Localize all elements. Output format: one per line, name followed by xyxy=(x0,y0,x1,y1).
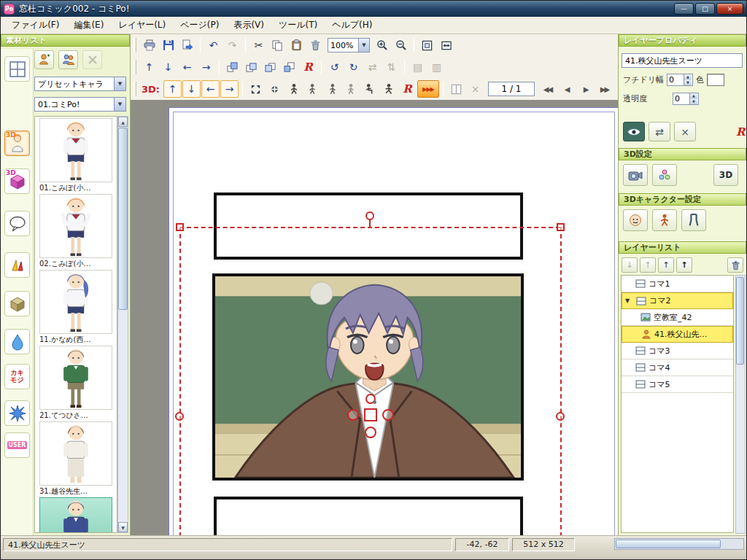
menu-view[interactable]: 表示(V) xyxy=(227,17,271,34)
next-page-button[interactable]: ▶ xyxy=(576,80,595,98)
visibility-button[interactable] xyxy=(623,122,645,141)
pose-walk-button[interactable] xyxy=(379,80,398,98)
print-button[interactable] xyxy=(140,36,158,54)
close-button[interactable]: × xyxy=(716,3,743,15)
camera-zoom-in-button[interactable] xyxy=(247,80,265,98)
zoom-out-button[interactable] xyxy=(392,36,410,54)
selection-edge-left[interactable] xyxy=(179,227,181,535)
material-item[interactable]: 02.こみぽ(小… xyxy=(35,192,117,268)
flip-vertical-button[interactable]: ⇅ xyxy=(382,58,400,76)
save-button[interactable] xyxy=(159,36,177,54)
add-character-button[interactable] xyxy=(34,50,54,69)
opacity-down[interactable]: ▼ xyxy=(690,99,697,105)
layer-row-koma1[interactable]: コマ1 xyxy=(622,276,733,292)
layer-name-field[interactable] xyxy=(622,53,743,68)
pose-back-button[interactable] xyxy=(341,80,360,98)
category-item-box[interactable] xyxy=(4,291,30,316)
layer-row-background[interactable]: 空教室_42 xyxy=(622,309,733,326)
cut-button[interactable]: ✂ xyxy=(249,36,268,54)
toggle-3d-view-button[interactable]: 3D xyxy=(713,164,738,186)
toolbar-grip[interactable] xyxy=(133,38,136,52)
gizmo-handle-left[interactable] xyxy=(347,409,359,421)
last-page-button[interactable]: ▶▶ xyxy=(595,80,614,98)
remove-material-button[interactable] xyxy=(82,50,102,69)
first-page-button[interactable]: ◀◀ xyxy=(538,80,557,98)
selection-handle-middle-left[interactable] xyxy=(175,412,184,421)
menu-layer[interactable]: レイヤー(L) xyxy=(112,17,172,34)
rotate-reset-button[interactable]: R xyxy=(299,58,317,76)
category-effect-drop[interactable] xyxy=(4,329,30,354)
bring-forward-button[interactable] xyxy=(242,58,260,76)
category-balloon[interactable] xyxy=(4,211,30,236)
outline-width-input[interactable] xyxy=(667,74,684,85)
zoom-dropdown-button[interactable]: ▼ xyxy=(358,39,369,52)
material-item[interactable]: 31.越谷先生… xyxy=(35,420,117,496)
gizmo-handle-down[interactable] xyxy=(365,427,376,438)
align-rows-button[interactable]: ▤ xyxy=(409,58,427,76)
layer-delete-button[interactable] xyxy=(727,257,743,273)
flip-horizontal-button[interactable]: ⇄ xyxy=(363,58,382,76)
material-list-scrollbar[interactable]: ▲ ▼ xyxy=(117,116,128,533)
pose-settings-button[interactable] xyxy=(652,209,677,231)
zoom-in-button[interactable] xyxy=(373,36,391,54)
pose-left-button[interactable] xyxy=(303,80,322,98)
panel-close-button[interactable]: × xyxy=(466,80,484,98)
selection-edge-right[interactable] xyxy=(560,227,562,535)
fit-width-button[interactable] xyxy=(437,36,455,54)
camera-settings-button[interactable] xyxy=(623,164,648,186)
paste-button[interactable] xyxy=(287,36,306,54)
layer-row-koma3[interactable]: コマ3 xyxy=(622,343,733,359)
category-manga-symbol[interactable] xyxy=(4,252,30,278)
canvas-horizontal-scrollbar[interactable] xyxy=(614,538,744,550)
face-settings-button[interactable] xyxy=(623,209,648,231)
outline-width-down[interactable]: ▼ xyxy=(684,80,692,86)
menu-file[interactable]: ファイル(F) xyxy=(5,17,66,34)
category-3d-item[interactable]: 3D xyxy=(4,168,30,194)
export-button[interactable] xyxy=(178,36,196,54)
clear-layer-button[interactable]: × xyxy=(674,122,696,141)
comic-frame-2[interactable] xyxy=(212,273,524,481)
move-right-button[interactable]: → xyxy=(197,58,215,76)
copy-button[interactable] xyxy=(268,36,287,54)
joint-settings-button[interactable] xyxy=(652,164,677,186)
category-dropdown-arrow[interactable]: ▼ xyxy=(114,77,125,90)
pose-right-button[interactable] xyxy=(322,80,341,98)
opacity-input[interactable] xyxy=(673,93,689,104)
category-3d-character[interactable]: 3D xyxy=(4,131,30,156)
selection-handle-top-left[interactable] xyxy=(176,223,184,231)
pose-sit-button[interactable] xyxy=(360,80,379,98)
move-left-button[interactable]: ← xyxy=(178,58,196,76)
set-dropdown[interactable]: 01.コミPo! ▼ xyxy=(34,97,126,112)
set-dropdown-arrow[interactable]: ▼ xyxy=(114,98,125,111)
panel-settings-button[interactable] xyxy=(447,80,465,98)
rotate-ccw-button[interactable]: ↺ xyxy=(325,58,344,76)
toolbar-grip[interactable] xyxy=(133,60,136,74)
outline-width-up[interactable]: ▲ xyxy=(684,74,692,80)
zoom-input[interactable] xyxy=(328,39,358,52)
layer-list-scrollbar[interactable] xyxy=(735,275,746,534)
motion-settings-button[interactable] xyxy=(681,209,706,231)
rotate-cw-button[interactable]: ↻ xyxy=(344,58,363,76)
category-panel-layout[interactable] xyxy=(4,56,30,82)
undo-button[interactable]: ↶ xyxy=(204,36,222,54)
layer-row-koma5[interactable]: コマ5 xyxy=(622,376,733,393)
fit-page-button[interactable] xyxy=(418,36,436,54)
layer-to-top-button[interactable]: ↑ xyxy=(676,257,692,273)
redo-button[interactable]: ↷ xyxy=(223,36,241,54)
material-item[interactable]: 21.てつひさ… xyxy=(35,344,117,420)
gizmo-handle-right[interactable] xyxy=(382,409,394,421)
selection-handle-top-right[interactable] xyxy=(557,223,565,231)
selection-edge-top[interactable] xyxy=(179,227,560,228)
layer-raise-button[interactable]: ↑ xyxy=(658,257,674,273)
comic-frame-3[interactable] xyxy=(214,497,523,535)
layer-row-koma2[interactable]: ▼ コマ2 xyxy=(622,292,733,309)
camera-zoom-out-button[interactable] xyxy=(266,80,284,98)
layer-move-up-button[interactable]: ↑ xyxy=(640,257,656,273)
page-canvas[interactable] xyxy=(131,100,619,535)
comic-frame-1[interactable] xyxy=(214,192,523,260)
menu-help[interactable]: ヘルプ(H) xyxy=(325,17,379,34)
toolbar-grip[interactable] xyxy=(133,82,136,96)
previous-page-button[interactable]: ◀ xyxy=(557,80,576,98)
menu-page[interactable]: ページ(P) xyxy=(174,17,225,34)
maximize-button[interactable]: □ xyxy=(695,3,715,15)
